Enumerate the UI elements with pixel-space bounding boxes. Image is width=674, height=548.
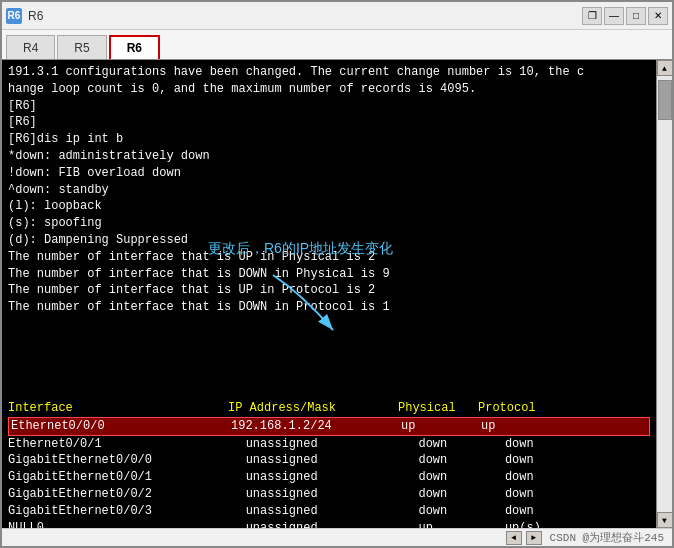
terminal-line: *down: administratively down: [8, 148, 650, 165]
table-row: GigabitEthernet0/0/0 unassigned down dow…: [8, 452, 650, 469]
terminal-line: ^down: standby: [8, 182, 650, 199]
stats-section: The number of interface that is UP in Ph…: [8, 249, 650, 383]
app-icon: R6: [6, 8, 22, 24]
bottom-bar: ◄ ► CSDN @为理想奋斗245: [2, 528, 672, 546]
col-interface-header: Interface: [8, 400, 228, 417]
terminal-line: !down: FIB overload down: [8, 165, 650, 182]
eth000-physical: up: [401, 418, 481, 435]
table-row: GigabitEthernet0/0/2 unassigned down dow…: [8, 486, 650, 503]
annotation-arrow: [273, 275, 353, 335]
restore-button[interactable]: ❐: [582, 7, 602, 25]
eth000-interface: Ethernet0/0/0: [11, 418, 231, 435]
annotation-text: 更改后，R6的IP地址发生变化: [208, 239, 393, 259]
vertical-scrollbar[interactable]: ▲ ▼: [656, 60, 672, 528]
terminal-line: (s): spoofing: [8, 215, 650, 232]
window-title: R6: [28, 9, 43, 23]
col-ip-header: IP Address/Mask: [228, 400, 398, 417]
col-physical-header: Physical: [398, 400, 478, 417]
tab-r6[interactable]: R6: [109, 35, 160, 59]
terminal-line: 191.3.1 configurations have been changed…: [8, 64, 650, 81]
terminal-content[interactable]: 191.3.1 configurations have been changed…: [2, 60, 656, 528]
table-row: GigabitEthernet0/0/1 unassigned down dow…: [8, 469, 650, 486]
title-bar-left: R6 R6: [6, 8, 43, 24]
tab-bar: R4 R5 R6: [2, 30, 672, 60]
terminal-line: (l): loopback: [8, 198, 650, 215]
eth000-protocol: up: [481, 418, 495, 435]
terminal-line: [R6]dis ip int b: [8, 131, 650, 148]
title-bar: R6 R6 ❐ — □ ✕: [2, 2, 672, 30]
scroll-down-button[interactable]: ▼: [657, 512, 673, 528]
nav-right-button[interactable]: ►: [526, 531, 542, 545]
table-row: GigabitEthernet0/0/3 unassigned down dow…: [8, 503, 650, 520]
terminal-line: [8, 383, 650, 400]
tab-r5[interactable]: R5: [57, 35, 106, 59]
terminal-line: hange loop count is 0, and the maximum n…: [8, 81, 650, 98]
ethernet-000-row: Ethernet0/0/0192.168.1.2/24upup: [8, 417, 650, 436]
watermark: CSDN @为理想奋斗245: [550, 530, 664, 545]
col-protocol-header: Protocol: [478, 401, 536, 415]
title-buttons: ❐ — □ ✕: [582, 7, 668, 25]
terminal-container: 191.3.1 configurations have been changed…: [2, 60, 672, 528]
close-button[interactable]: ✕: [648, 7, 668, 25]
terminal-line: [R6]: [8, 98, 650, 115]
scrollbar-thumb[interactable]: [658, 80, 672, 120]
bottom-navigation: ◄ ►: [506, 531, 542, 545]
tab-r4[interactable]: R4: [6, 35, 55, 59]
nav-left-button[interactable]: ◄: [506, 531, 522, 545]
table-row: Ethernet0/0/1 unassigned down down: [8, 436, 650, 453]
maximize-button[interactable]: □: [626, 7, 646, 25]
table-header: InterfaceIP Address/MaskPhysicalProtocol: [8, 400, 650, 417]
minimize-button[interactable]: —: [604, 7, 624, 25]
eth000-ip: 192.168.1.2/24: [231, 418, 401, 435]
table-row: NULL0 unassigned up up(s): [8, 520, 650, 528]
terminal-line: [R6]: [8, 114, 650, 131]
scrollbar-track[interactable]: [657, 76, 672, 512]
scroll-up-button[interactable]: ▲: [657, 60, 673, 76]
main-window: R6 R6 ❐ — □ ✕ R4 R5 R6: [0, 0, 674, 548]
terminal-line: The number of interface that is DOWN in …: [8, 299, 650, 383]
